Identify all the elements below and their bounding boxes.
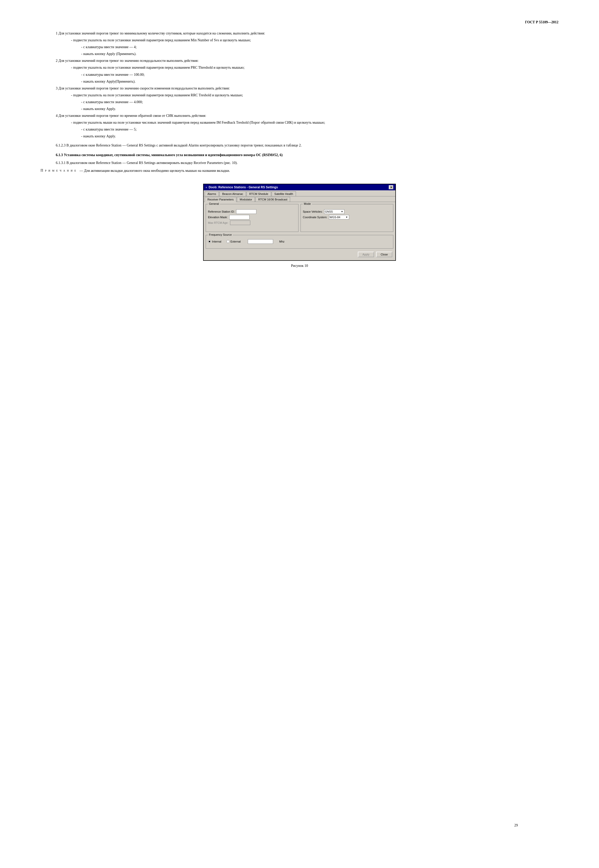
tab-receiver-parameters[interactable]: Receiver Parameters xyxy=(205,197,236,202)
radio-internal[interactable]: Internal xyxy=(208,240,221,243)
frequency-radio-group: Internal External Mhz xyxy=(208,239,391,244)
tab-modulator[interactable]: Modulator xyxy=(237,197,255,202)
mode-groupbox: Mode Space Vehicles: GNSS ▼ Coordinate S… xyxy=(301,204,393,232)
radio-internal-circle xyxy=(208,240,211,243)
space-vehicles-row: Space Vehicles: GNSS ▼ xyxy=(303,209,391,214)
note-label: П р и м е ч а н и е xyxy=(41,168,77,174)
mhz-label: Mhz xyxy=(279,240,284,243)
header-title: ГОСТ Р 55109—2012 xyxy=(525,20,558,24)
mode-groupbox-label: Mode xyxy=(303,202,312,205)
close-dialog-button[interactable]: Close xyxy=(376,252,392,257)
radio-external-label: External xyxy=(230,240,241,243)
coordinate-system-value: WGS-84 xyxy=(330,216,340,219)
elevation-mask-label: Elevation Mask: xyxy=(208,216,228,219)
max-rtcm-age-row: Max RTCM Age: xyxy=(208,221,296,225)
radio-external-circle xyxy=(226,240,230,243)
coordinate-system-select[interactable]: WGS-84 ▼ xyxy=(329,215,349,219)
radio-internal-dot xyxy=(209,241,210,242)
tab-alarms[interactable]: Alarms xyxy=(205,191,219,196)
apply-button[interactable]: Apply xyxy=(358,252,374,257)
section-heading: 6.1.3 Установка системы координат, спутн… xyxy=(41,152,558,158)
dialog-container: ≡ Doob: Reference Stations - General RS … xyxy=(41,184,558,270)
tab-beacon-almanac[interactable]: Beacon Almanac xyxy=(219,191,246,196)
coordinate-system-label: Coordinate System: xyxy=(303,216,327,219)
paragraph-2-sub3: - нажать кнопку Apply(Применить). xyxy=(41,78,558,84)
elevation-mask-row: Elevation Mask: xyxy=(208,215,296,219)
section-paragraph: 6.1.2.3 В диалоговом окне Reference Stat… xyxy=(41,143,558,148)
page-number: 29 xyxy=(514,823,518,827)
dialog-titlebar: ≡ Doob: Reference Stations - General RS … xyxy=(204,184,395,190)
radio-internal-label: Internal xyxy=(212,240,221,243)
close-button[interactable]: ✕ xyxy=(389,185,393,189)
paragraph-2-sub1: - подвести указатель на поле установки з… xyxy=(41,65,558,71)
button-row: Apply Close xyxy=(206,251,393,258)
page-header: ГОСТ Р 55109—2012 xyxy=(41,20,558,24)
paragraph-1: 1 Для установки значений порогов тревог … xyxy=(41,30,558,36)
ref-station-id-label: Reference Station ID: xyxy=(208,210,235,213)
paragraph-1-sub2: - с клавиатуры ввести значение — 4; xyxy=(41,44,558,50)
note-block: П р и м е ч а н и е — Для активизации вк… xyxy=(41,168,558,174)
tabs-row-2: Receiver Parameters Modulator RTCM 16/36… xyxy=(204,197,395,202)
dialog-body: General Reference Station ID: Elevation … xyxy=(204,202,395,260)
paragraph-3: 3 Для установки значений порогов тревог … xyxy=(41,86,558,91)
paragraph-2-sub2: - с клавиатуры ввести значение — 100.00; xyxy=(41,72,558,78)
space-vehicles-label: Space Vehicles: xyxy=(303,210,322,213)
ref-station-id-row: Reference Station ID: xyxy=(208,209,296,214)
elevation-mask-input[interactable] xyxy=(229,215,250,219)
mhz-input[interactable] xyxy=(248,239,273,244)
dialog-menu-icon: ≡ xyxy=(206,186,207,189)
dialog-titlebar-left: ≡ Doob: Reference Stations - General RS … xyxy=(206,186,278,189)
paragraph-3-sub2: - с клавиатуры ввести значение — 4.000; xyxy=(41,99,558,105)
coordinate-system-arrow: ▼ xyxy=(345,216,348,218)
figure-caption: Рисунок 10 xyxy=(291,263,308,269)
paragraph-4-sub2: - с клавиатуры ввести значение — 5; xyxy=(41,126,558,132)
general-groupbox-label: General xyxy=(208,202,220,205)
space-vehicles-arrow: ▼ xyxy=(340,210,344,213)
freq-groupbox-label: Frequency Source xyxy=(208,233,233,236)
space-vehicles-value: GNSS xyxy=(325,210,333,213)
general-groupbox: General Reference Station ID: Elevation … xyxy=(206,204,298,232)
max-rtcm-age-input xyxy=(230,221,250,225)
tabs-row-1: Alarms Beacon Almanac RTCM Shedule Satel… xyxy=(204,190,395,197)
ref-station-id-input[interactable] xyxy=(236,209,256,214)
tab-rtcm-shedule[interactable]: RTCM Shedule xyxy=(247,191,271,196)
paragraph-1-sub1: - подвести указатель на поле установки з… xyxy=(41,37,558,43)
radio-external[interactable]: External xyxy=(226,240,241,243)
dialog-window: ≡ Doob: Reference Stations - General RS … xyxy=(203,184,396,261)
dialog-title: Doob: Reference Stations - General RS Se… xyxy=(209,186,278,189)
tab-rtcm-broadcast[interactable]: RTCM 16/36 Broadcast xyxy=(255,197,290,202)
tab-satellite-health[interactable]: Satellite Health xyxy=(272,191,296,196)
paragraph-2: 2 Для установки значений порогов тревог … xyxy=(41,58,558,64)
dialog-sections: General Reference Station ID: Elevation … xyxy=(206,204,393,232)
paragraph-3-sub3: - нажать кнопку Apply. xyxy=(41,106,558,112)
paragraph-4-sub1: - подвести указатель мыши на поле устано… xyxy=(41,120,558,125)
paragraph-4: 4 Для установки значений порогов тревог … xyxy=(41,113,558,119)
coordinate-system-row: Coordinate System: WGS-84 ▼ xyxy=(303,215,391,219)
paragraph-3-sub1: - подвести указатель на поле установки з… xyxy=(41,92,558,98)
note-text: — Для активизации вкладки диалогового ок… xyxy=(80,168,230,174)
freq-groupbox: Frequency Source Internal External xyxy=(206,235,393,249)
paragraph-1-sub3: - нажать кнопку Apply (Применить). xyxy=(41,51,558,57)
paragraph-4-sub3: - нажать кнопку Apply. xyxy=(41,133,558,139)
max-rtcm-age-label: Max RTCM Age: xyxy=(208,221,229,224)
space-vehicles-select[interactable]: GNSS ▼ xyxy=(324,209,345,214)
section2-paragraph: 6.1.3.1 В диалоговом окне Reference Stat… xyxy=(41,160,558,166)
